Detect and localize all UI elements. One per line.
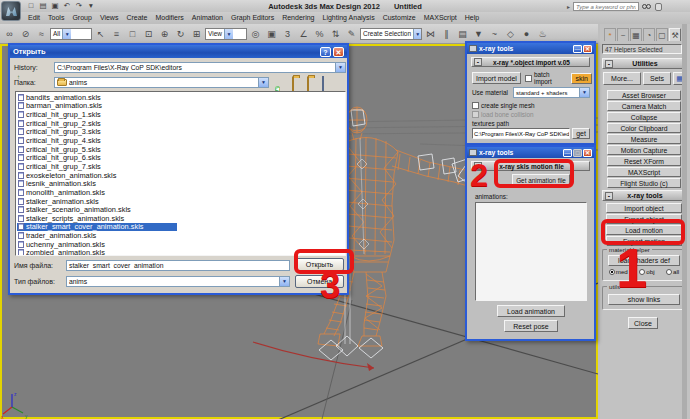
- file-list-item[interactable]: critical_hit_grup_7.skls: [17, 162, 345, 171]
- panel-close-button[interactable]: Close: [628, 317, 658, 329]
- snaps-toggle-icon[interactable]: 3: [280, 26, 295, 41]
- skin-button[interactable]: skin: [571, 73, 592, 84]
- max-logo[interactable]: [1, 1, 21, 21]
- back-button[interactable]: ◄: [271, 76, 284, 88]
- unlink-selection-icon[interactable]: ⊘: [18, 26, 33, 41]
- curve-editor-icon[interactable]: ~: [487, 26, 502, 41]
- undo-icon[interactable]: ↶: [62, 1, 72, 11]
- save-file-icon[interactable]: ▣: [50, 1, 60, 11]
- open-file-icon[interactable]: ▤: [38, 1, 48, 11]
- file-list[interactable]: bandits_animation.skls barman_animation.…: [15, 91, 346, 256]
- menu-item[interactable]: Animation: [188, 12, 227, 24]
- toolbar-overflow-arrow[interactable]: ▸: [567, 3, 570, 10]
- angle-snap-icon[interactable]: ∠: [296, 26, 311, 41]
- file-list-item[interactable]: stalker_smart_cover_animation.skls: [17, 223, 177, 232]
- utilities-rollup-header[interactable]: - Utilities: [602, 58, 686, 69]
- tab-modify[interactable]: ~: [617, 28, 629, 41]
- file-list-item[interactable]: critical_hit_grup_3.skls: [17, 128, 345, 137]
- ribbon-toggle-icon[interactable]: ▼: [471, 26, 486, 41]
- tab-motion[interactable]: ◔: [643, 28, 655, 41]
- menu-item[interactable]: Tools: [44, 12, 68, 24]
- import-rollup-header[interactable]: - x-ray *.object import v.05: [471, 57, 590, 67]
- minimize-button[interactable]: —: [563, 149, 572, 157]
- tab-utilities[interactable]: ⚒: [669, 28, 681, 41]
- radio-option[interactable]: all: [666, 268, 679, 275]
- menu-item[interactable]: MAXScript: [420, 12, 461, 24]
- window-crossing-icon[interactable]: ⊡: [141, 26, 156, 41]
- menu-item[interactable]: Edit: [24, 12, 44, 24]
- select-and-scale-icon[interactable]: ⊞: [189, 26, 204, 41]
- file-list-item[interactable]: critical_hit_grup_5.skls: [17, 145, 345, 154]
- file-list-item[interactable]: barman_animation.skls: [17, 102, 345, 111]
- utility-button[interactable]: Reset XForm: [607, 156, 681, 166]
- spinner-snap-icon[interactable]: ⇅: [328, 26, 343, 41]
- reset-pose-button[interactable]: Reset pose: [504, 320, 558, 332]
- menu-item[interactable]: Graph Editors: [227, 12, 278, 24]
- selection-region-icon[interactable]: □: [125, 26, 140, 41]
- file-list-item[interactable]: stalker_scripts_animation.skls: [17, 214, 345, 223]
- material-editor-icon[interactable]: ●: [519, 26, 534, 41]
- close-button[interactable]: ✕: [333, 47, 344, 57]
- get-button[interactable]: get: [572, 128, 590, 139]
- view-menu-button[interactable]: [316, 76, 329, 88]
- chevron-down-icon[interactable]: ▼: [579, 88, 589, 97]
- search-icon[interactable]: [642, 3, 652, 11]
- xray-tools-rollup-header[interactable]: - x-ray tools: [602, 190, 686, 201]
- file-list-item[interactable]: exoskeleton_animation.skls: [17, 171, 345, 180]
- select-by-name-icon[interactable]: ≡: [109, 26, 124, 41]
- utility-button[interactable]: Asset Browser: [607, 90, 681, 100]
- keyboard-override-icon[interactable]: ✎: [344, 26, 359, 41]
- select-and-link-icon[interactable]: ∞: [2, 26, 17, 41]
- menu-item[interactable]: Views: [96, 12, 123, 24]
- import-model-button[interactable]: Import model: [472, 72, 521, 84]
- file-list-item[interactable]: stalker_animation.skls: [17, 197, 345, 206]
- filetype-dropdown[interactable]: anims ▼: [66, 276, 290, 287]
- file-list-item[interactable]: critical_hit_grup_4.skls: [17, 136, 345, 145]
- utility-button[interactable]: Measure: [607, 134, 681, 144]
- tab-hierarchy[interactable]: ▦: [630, 28, 642, 41]
- new-folder-button[interactable]: [301, 76, 314, 88]
- chevron-down-icon[interactable]: ▼: [279, 277, 289, 286]
- file-list-item[interactable]: lesnik_animation.skls: [17, 179, 345, 188]
- file-list-item[interactable]: critical_hit_grup_6.skls: [17, 153, 345, 162]
- community-icon[interactable]: [655, 3, 662, 11]
- layer-manager-icon[interactable]: ▤: [455, 26, 470, 41]
- load-animation-button[interactable]: Load animation: [497, 305, 565, 317]
- redo-icon[interactable]: ↷: [74, 1, 84, 11]
- menu-item[interactable]: Rendering: [278, 12, 318, 24]
- search-input[interactable]: [573, 2, 639, 11]
- chevron-down-icon[interactable]: ▼: [258, 78, 268, 87]
- menu-item[interactable]: Help: [461, 12, 483, 24]
- menu-item[interactable]: Modifiers: [151, 12, 187, 24]
- select-and-manipulate-icon[interactable]: ▣: [264, 26, 279, 41]
- schematic-view-icon[interactable]: ◇: [503, 26, 518, 41]
- minimize-button[interactable]: —: [573, 45, 582, 53]
- bind-to-space-warp-icon[interactable]: ≈: [34, 26, 49, 41]
- file-list-item[interactable]: critical_hit_grup_1.skls: [17, 110, 345, 119]
- collapse-icon[interactable]: -: [605, 60, 613, 68]
- menu-item[interactable]: Group: [68, 12, 95, 24]
- close-button[interactable]: ✕: [583, 45, 592, 53]
- menu-item[interactable]: Lighting Analysis: [318, 12, 378, 24]
- reference-coordinate-dropdown[interactable]: View▼: [205, 28, 247, 40]
- utility-button[interactable]: Collapse: [607, 112, 681, 122]
- file-list-item[interactable]: bandits_animation.skls: [17, 93, 345, 102]
- up-one-level-button[interactable]: ↑: [286, 76, 299, 88]
- file-list-item[interactable]: critical_hit_grup_2.skls: [17, 119, 345, 128]
- file-list-item[interactable]: uchenny_animation.skls: [17, 240, 345, 249]
- percent-snap-icon[interactable]: %: [312, 26, 327, 41]
- animations-listbox[interactable]: [475, 202, 587, 301]
- help-button[interactable]: ?: [320, 47, 331, 57]
- folder-dropdown[interactable]: anims ▼: [54, 77, 269, 88]
- close-button[interactable]: ✕: [583, 149, 592, 157]
- render-setup-icon[interactable]: ♨: [535, 26, 550, 41]
- collapse-icon[interactable]: -: [605, 192, 613, 200]
- chevron-down-icon[interactable]: ▼: [335, 63, 345, 72]
- select-and-move-icon[interactable]: ⊕: [157, 26, 172, 41]
- tab-display[interactable]: ▢: [656, 28, 668, 41]
- utility-button[interactable]: MAXScript: [607, 167, 681, 177]
- mirror-icon[interactable]: ⋈: [423, 26, 438, 41]
- select-object-icon[interactable]: ↖: [93, 26, 108, 41]
- menu-item[interactable]: Create: [122, 12, 151, 24]
- select-and-rotate-icon[interactable]: ↻: [173, 26, 188, 41]
